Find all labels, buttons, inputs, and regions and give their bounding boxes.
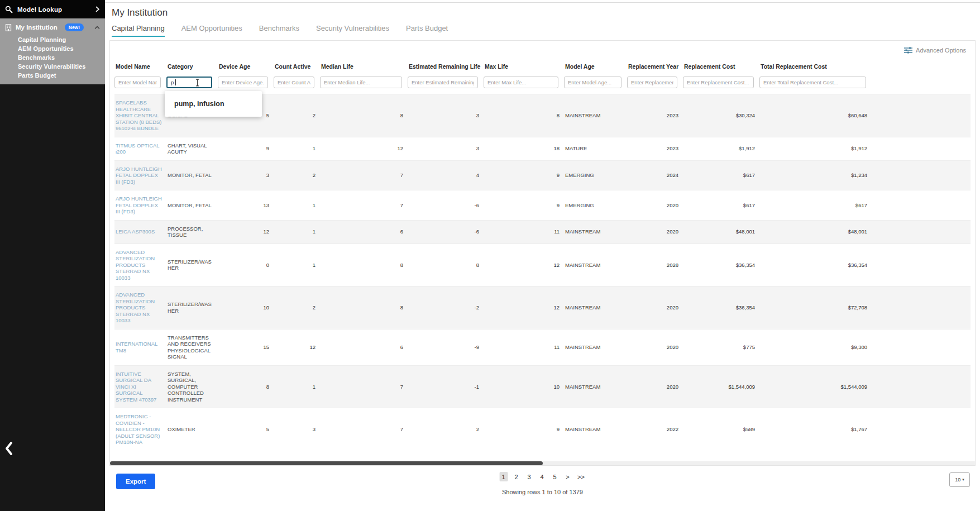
filter-device-age-input[interactable] bbox=[218, 77, 268, 88]
model-age-cell: MAINSTREAM bbox=[564, 286, 627, 329]
model-age-cell: MAINSTREAM bbox=[564, 243, 627, 286]
column-header-model-name[interactable]: Model Name bbox=[114, 59, 166, 77]
model-age-cell: MAINSTREAM bbox=[564, 329, 627, 365]
model-name-link[interactable]: SPACELABS HEALTHCARE XHIBIT CENTRAL STAT… bbox=[114, 94, 166, 137]
replacement-year-cell: 2024 bbox=[627, 160, 683, 190]
horizontal-scrollbar-thumb[interactable] bbox=[110, 461, 543, 465]
page-button-4[interactable]: 4 bbox=[538, 472, 546, 481]
category-cell: OXIMETER bbox=[166, 408, 218, 451]
sliders-icon bbox=[904, 47, 912, 54]
count-active-cell: 1 bbox=[274, 220, 320, 243]
filter-estimated-remaining-life-input[interactable] bbox=[408, 77, 478, 88]
count-active-cell: 12 bbox=[274, 329, 320, 365]
model-name-link[interactable]: INTUITIVE SURGICAL DA VINCI XI SURGICAL … bbox=[114, 365, 166, 408]
max-life-cell: 12 bbox=[484, 243, 564, 286]
model-name-link[interactable]: TITMUS OPTICAL i200 bbox=[114, 137, 166, 160]
model-name-link[interactable]: LEICA ASP300S bbox=[114, 220, 166, 243]
column-header-total-replacement-cost[interactable]: Total Replacement Cost bbox=[759, 59, 872, 77]
tab-capital-planning[interactable]: Capital Planning bbox=[112, 24, 165, 37]
column-header-median-life[interactable]: Median Life bbox=[320, 59, 408, 77]
replacement-year-cell: 2023 bbox=[627, 137, 683, 160]
sidebar-item-parts-budget[interactable]: Parts Budget bbox=[18, 71, 105, 80]
chevron-right-icon bbox=[95, 6, 100, 12]
sidebar-collapse-button[interactable] bbox=[3, 441, 15, 456]
replacement-year-cell: 2020 bbox=[627, 365, 683, 408]
tab-parts-budget[interactable]: Parts Budget bbox=[406, 24, 448, 37]
sidebar-item-benchmarks[interactable]: Benchmarks bbox=[18, 53, 105, 62]
model-name-link[interactable]: ARJO HUNTLEIGH FETAL DOPPLEX III (FD3) bbox=[114, 190, 166, 221]
page-button-5[interactable]: 5 bbox=[551, 472, 559, 481]
advanced-options-button[interactable]: Advanced Options bbox=[904, 47, 966, 54]
filter-count-active-input[interactable] bbox=[274, 77, 314, 88]
model-name-link[interactable]: MEDTRONIC - COVIDIEN - NELLCOR PM10N (AD… bbox=[114, 408, 166, 451]
count-active-cell: 2 bbox=[274, 160, 320, 190]
page-button-3[interactable]: 3 bbox=[525, 472, 533, 481]
page-title: My Institution bbox=[112, 7, 980, 18]
median-life-cell: 7 bbox=[320, 190, 408, 221]
filter-category-input[interactable] bbox=[166, 77, 212, 88]
ibeam-cursor-icon bbox=[195, 79, 200, 89]
device-age-cell: 13 bbox=[218, 190, 274, 221]
category-cell: STERILIZER/WASHER bbox=[166, 243, 218, 286]
model-lookup-button[interactable]: Model Lookup bbox=[0, 0, 105, 18]
median-life-cell: 8 bbox=[320, 243, 408, 286]
last-page-button[interactable]: >> bbox=[576, 472, 586, 481]
export-button[interactable]: Export bbox=[116, 474, 155, 489]
filter-model-name-input[interactable] bbox=[114, 77, 161, 88]
replacement-cost-cell: $36,354 bbox=[683, 286, 759, 329]
max-life-cell: 12 bbox=[484, 286, 564, 329]
max-life-cell: 9 bbox=[484, 160, 564, 190]
page-size-select[interactable]: 10 ▾ bbox=[949, 472, 970, 487]
sidebar-item-capital-planning[interactable]: Capital Planning bbox=[18, 35, 105, 44]
next-page-button[interactable]: > bbox=[563, 472, 572, 481]
main-content: My Institution Capital PlanningAEM Oppor… bbox=[105, 0, 980, 511]
column-header-estimated-remaining-life[interactable]: Estimated Remaining Life bbox=[408, 59, 484, 77]
replacement-cost-cell: $30,324 bbox=[683, 94, 759, 137]
max-life-cell: 10 bbox=[484, 365, 564, 408]
replacement-cost-cell: $617 bbox=[683, 190, 759, 221]
column-header-model-age[interactable]: Model Age bbox=[564, 59, 627, 77]
column-header-category[interactable]: Category bbox=[166, 59, 218, 77]
filter-total-replacement-cost-input[interactable] bbox=[759, 77, 866, 88]
column-header-replacement-cost[interactable]: Replacement Cost bbox=[683, 59, 759, 77]
est-remaining-life-cell: 8 bbox=[408, 243, 484, 286]
est-remaining-life-cell: -1 bbox=[408, 365, 484, 408]
median-life-cell: 7 bbox=[320, 408, 408, 451]
column-header-device-age[interactable]: Device Age bbox=[218, 59, 274, 77]
chevron-left-icon bbox=[3, 441, 15, 456]
table-row: INTERNATIONAL TM8TRANSMITTERS AND RECEIV… bbox=[114, 329, 971, 365]
filter-model-age-input[interactable] bbox=[564, 77, 622, 88]
autocomplete-option-pump-infusion[interactable]: pump, infusion bbox=[165, 100, 262, 108]
filter-median-life-input[interactable] bbox=[320, 77, 402, 88]
model-name-link[interactable]: INTERNATIONAL TM8 bbox=[114, 329, 166, 365]
model-age-cell: EMERGING bbox=[564, 160, 627, 190]
median-life-cell: 7 bbox=[320, 160, 408, 190]
column-header-max-life[interactable]: Max Life bbox=[484, 59, 564, 77]
column-header-count-active[interactable]: Count Active bbox=[274, 59, 320, 77]
model-age-cell: MAINSTREAM bbox=[564, 94, 627, 137]
model-name-link[interactable]: ADVANCED STERILIZATION PRODUCTS STERRAD … bbox=[114, 286, 166, 329]
model-age-cell: MATURE bbox=[564, 137, 627, 160]
horizontal-scrollbar[interactable] bbox=[110, 461, 975, 465]
category-cell: SYSTEM, SURGICAL, COMPUTER CONTROLLED IN… bbox=[166, 365, 218, 408]
model-name-link[interactable]: ADVANCED STERILIZATION PRODUCTS STERRAD … bbox=[114, 243, 166, 286]
sidebar-item-security-vulnerabilities[interactable]: Security Vulnerabilities bbox=[18, 62, 105, 71]
replacement-year-cell: 2022 bbox=[627, 408, 683, 451]
filter-replacement-cost-input[interactable] bbox=[683, 77, 754, 88]
tab-benchmarks[interactable]: Benchmarks bbox=[259, 24, 299, 37]
tab-security-vulnerabilities[interactable]: Security Vulnerabilities bbox=[316, 24, 389, 37]
column-header-replacement-year[interactable]: Replacement Year bbox=[627, 59, 683, 77]
page-button-2[interactable]: 2 bbox=[512, 472, 520, 481]
filter-max-life-input[interactable] bbox=[484, 77, 558, 88]
sidebar-item-aem-opportunities[interactable]: AEM Opportunities bbox=[18, 44, 105, 53]
my-institution-toggle[interactable]: My Institution New! bbox=[0, 21, 105, 34]
pagination-block: 12345>>> Showing rows 1 to 10 of 1379 bbox=[499, 472, 586, 495]
total-replacement-cost-cell: $1,912 bbox=[759, 137, 872, 160]
max-life-cell: 11 bbox=[484, 220, 564, 243]
table-row: TITMUS OPTICAL i200CHART, VISUAL ACUITY9… bbox=[114, 137, 971, 160]
filter-replacement-year-input[interactable] bbox=[627, 77, 677, 88]
model-name-link[interactable]: ARJO HUNTLEIGH FETAL DOPPLEX III (FD3) bbox=[114, 160, 166, 190]
category-cell: STERILIZER/WASHER bbox=[166, 286, 218, 329]
page-button-1[interactable]: 1 bbox=[499, 472, 508, 481]
tab-aem-opportunities[interactable]: AEM Opportunities bbox=[181, 24, 242, 37]
